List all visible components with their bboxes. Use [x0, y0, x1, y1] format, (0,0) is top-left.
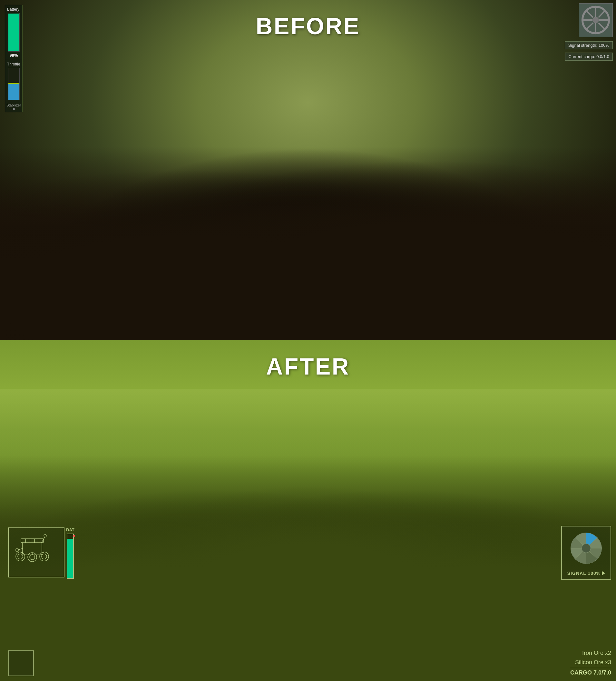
stabilizer-dot — [13, 108, 15, 110]
cargo-item-2: Silicon Ore x3 — [570, 658, 611, 667]
before-panel: BEFORE Battery 99% Throttle Stabilizer — [0, 0, 616, 340]
signal-arrow-icon — [602, 571, 605, 576]
before-title: BEFORE — [256, 13, 360, 40]
signal-box: SIGNAL 100% — [561, 526, 611, 580]
bat-bar-container — [67, 534, 74, 579]
stabilizer-label: Stabilizer — [6, 103, 21, 107]
after-fog — [0, 389, 616, 470]
cargo-total: CARGO 7.0/7.0 — [570, 668, 611, 676]
svg-point-31 — [582, 544, 591, 553]
signal-text-row: SIGNAL 100% — [567, 571, 605, 576]
wheel-widget — [579, 3, 613, 37]
battery-percent: 99% — [9, 53, 18, 58]
rover-icon — [11, 531, 53, 573]
battery-label: Battery — [7, 7, 19, 11]
svg-point-19 — [16, 552, 25, 561]
signal-text: SIGNAL 100% — [567, 571, 600, 576]
signal-pie-chart — [568, 530, 605, 567]
battery-bar-container — [8, 13, 20, 52]
svg-point-20 — [18, 554, 23, 559]
after-terrain — [0, 455, 616, 681]
before-terrain — [0, 147, 616, 340]
signal-widget-after: SIGNAL 100% — [561, 526, 611, 580]
rover-widget — [8, 527, 64, 577]
rover-inner — [11, 531, 61, 574]
throttle-bar — [8, 68, 20, 100]
throttle-fill-blue — [8, 84, 19, 100]
cargo-item-1: Iron Ore x2 — [570, 649, 611, 658]
current-cargo-label: Current cargo: 0.0/1.0 — [565, 53, 613, 61]
battery-widget: Battery 99% — [5, 5, 23, 60]
throttle-label: Throttle — [7, 62, 20, 67]
bat-label: BAT — [66, 527, 75, 532]
signal-strength-label: Signal strength: 100% — [565, 41, 613, 49]
throttle-widget: Throttle Stabilizer — [5, 60, 23, 112]
bat-red-indicator — [73, 535, 75, 537]
after-panel: AFTER — [0, 340, 616, 681]
bottom-left-box — [8, 650, 34, 676]
after-title: AFTER — [266, 353, 350, 380]
bat-section: BAT — [66, 527, 75, 579]
svg-point-24 — [42, 554, 47, 559]
battery-fill — [8, 14, 19, 51]
wheel-icon — [579, 4, 612, 37]
bat-fill — [68, 539, 73, 578]
svg-point-22 — [30, 555, 35, 560]
cargo-list-after: Iron Ore x2 Silicon Ore x3 CARGO 7.0/7.0 — [570, 649, 611, 676]
svg-point-2 — [592, 17, 599, 23]
svg-point-23 — [39, 552, 49, 561]
